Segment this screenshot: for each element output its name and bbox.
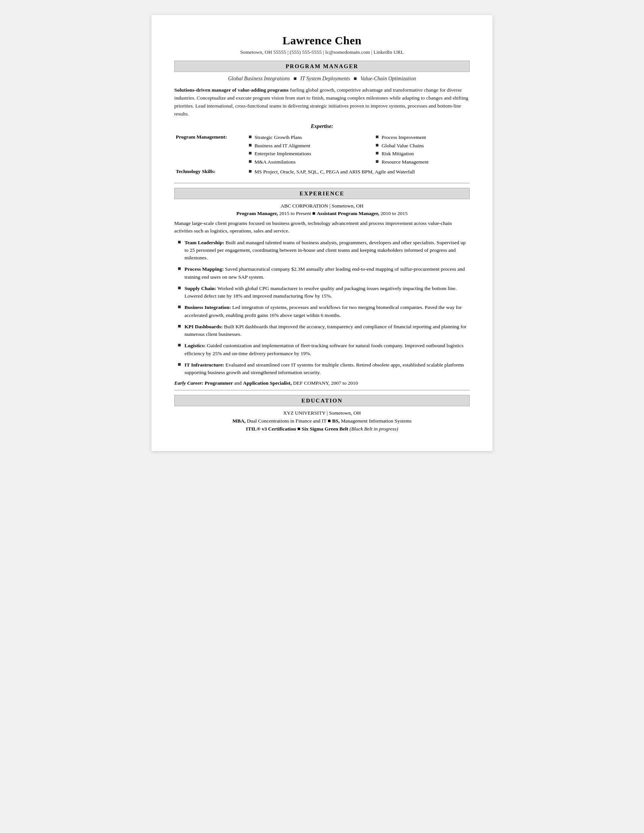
pm-item-6: Global Value Chains: [382, 142, 424, 150]
bullet-icon: [376, 135, 378, 138]
degree-bold2: BS,: [332, 418, 340, 424]
bullet-icon: [178, 344, 181, 346]
pm-item-5: Process Improvement: [382, 134, 426, 141]
university-line: XYZ UNIVERSITY | Sometown, OH: [174, 410, 470, 416]
degree-text2: Management Information Systems: [340, 418, 412, 424]
job-title-bold2: Assistant Program Manager,: [317, 211, 379, 216]
bullet-label: Team Leadership:: [185, 240, 224, 245]
list-item: MS Project, Oracle, SAP, SQL, C, PEGA an…: [249, 169, 468, 176]
bullet-body: Guided customization and implementation …: [185, 343, 464, 356]
bullet-body: Evaluated and streamlined core IT system…: [185, 362, 464, 375]
pm-item-7: Risk Mitigation: [382, 150, 414, 158]
bullet-text: Supply Chain: Worked with global CPG man…: [185, 285, 470, 300]
list-item: M&A Assimilations: [249, 159, 357, 166]
bullet-icon: [249, 135, 251, 138]
company-line: ABC CORPORATION | Sometown, OH: [174, 203, 470, 209]
degree-bold1: MBA,: [232, 418, 245, 424]
candidate-name: Lawrence Chen: [174, 34, 470, 47]
list-item: Enterprise Implementations: [249, 150, 357, 158]
list-item: Process Improvement: [376, 134, 468, 141]
cert-line: ITIL® v3 Certification ■ Six Sigma Green…: [174, 426, 470, 432]
list-item: Process Mapping: Saved pharmaceutical co…: [178, 265, 470, 281]
job-description: Manage large-scale client programs focus…: [174, 220, 470, 235]
job-title-dates1: 2015 to Present: [278, 211, 311, 216]
bullet-icon: [249, 152, 251, 154]
company-name: ABC CORPORATION | Sometown, OH: [280, 203, 363, 209]
bullet-text: Team Leadership: Built and managed talen…: [185, 239, 470, 262]
tagline-bullet2: ■: [353, 76, 356, 81]
tech-skills-value-cell: MS Project, Oracle, SAP, SQL, C, PEGA an…: [247, 168, 470, 178]
tagline-bullet1: ■: [294, 76, 296, 81]
bullet-body: Worked with global CPG manufacturer to r…: [185, 286, 457, 299]
early-career-text: Programmer and Application Specialist, D…: [203, 380, 358, 386]
achievements-list: Team Leadership: Built and managed talen…: [178, 239, 470, 377]
bullet-label: Business Integration:: [185, 304, 231, 310]
bullet-body: Saved pharmaceutical company $2.3M annua…: [185, 266, 465, 280]
bullet-icon: [178, 267, 181, 270]
resume-container: Lawrence Chen Sometown, OH 55555 | (555)…: [151, 15, 493, 451]
pm-item-2: Business and IT Alignment: [254, 142, 310, 150]
job-title: Program Manager: [286, 63, 358, 69]
contact-info: Sometown, OH 55555 | (555) 555-5555 | lc…: [174, 49, 470, 55]
pm-right-col: Process Improvement Global Value Chains …: [374, 133, 470, 168]
list-item: Resource Management: [376, 159, 468, 166]
cert-bold2: Six Sigma Green Belt: [301, 426, 348, 432]
bullet-label: Supply Chain:: [185, 286, 216, 291]
degree-text1: Dual Concentrations in Finance and IT: [245, 418, 326, 424]
list-item: Supply Chain: Worked with global CPG man…: [178, 285, 470, 300]
pm-left-list: Strategic Growth Plans Business and IT A…: [249, 134, 357, 166]
list-item: Logistics: Guided customization and impl…: [178, 342, 470, 357]
education-header-bar: Education: [174, 395, 470, 406]
bullet-icon: [249, 160, 251, 163]
pm-left-col: Strategic Growth Plans Business and IT A…: [247, 133, 359, 168]
tech-list: MS Project, Oracle, SAP, SQL, C, PEGA an…: [249, 169, 468, 176]
bullet-text: KPI Dashboards: Built KPI dashboards tha…: [185, 323, 470, 338]
cert-bold1: ITIL® v3 Certification: [246, 426, 296, 432]
education-section-title: Education: [301, 397, 343, 404]
bullet-icon: [178, 363, 181, 366]
tech-skills-label: Technology Skills:: [174, 168, 247, 178]
title-bar: Program Manager: [174, 61, 470, 72]
summary-paragraph: Solutions-driven manager of value-adding…: [174, 86, 470, 118]
tech-skills-row: Technology Skills: MS Project, Oracle, S…: [174, 168, 470, 178]
expertise-section: Expertise: Program Management: Strategic…: [174, 124, 470, 178]
title-bullet: ■: [312, 211, 317, 216]
pm-item-4: M&A Assimilations: [254, 159, 295, 166]
bullet-icon: [249, 170, 251, 173]
bullet-body: Built KPI dashboards that improved the a…: [185, 324, 466, 337]
bullet-label: Process Mapping:: [185, 266, 224, 272]
header-section: Lawrence Chen Sometown, OH 55555 | (555)…: [174, 34, 470, 55]
pm-item-1: Strategic Growth Plans: [254, 134, 302, 141]
bullet-icon: [178, 325, 181, 328]
degree-bullet: ■: [328, 418, 332, 424]
program-management-row: Program Management: Strategic Growth Pla…: [174, 133, 470, 168]
list-item: Risk Mitigation: [376, 150, 468, 158]
bullet-icon: [376, 152, 378, 154]
expertise-table: Program Management: Strategic Growth Pla…: [174, 133, 470, 178]
experience-section-title: Experience: [299, 190, 345, 196]
pm-item-8: Resource Management: [382, 159, 428, 166]
summary-bold-intro: Solutions-driven manager of value-adding…: [174, 87, 289, 93]
job-title-dates2: 2010 to 2015: [379, 211, 407, 216]
pm-right-list: Process Improvement Global Value Chains …: [376, 134, 468, 166]
bullet-label: KPI Dashboards:: [185, 324, 223, 330]
bullet-text: Process Mapping: Saved pharmaceutical co…: [185, 265, 470, 281]
bullet-body: Built and managed talented teams of busi…: [185, 240, 465, 261]
bullet-icon: [178, 286, 181, 289]
list-item: Global Value Chains: [376, 142, 468, 150]
university-name: XYZ UNIVERSITY | Sometown, OH: [283, 410, 361, 416]
job-title-bold1: Program Manager,: [237, 211, 278, 216]
bullet-icon: [376, 144, 378, 146]
early-career-line: Early Career: Programmer and Application…: [174, 380, 470, 386]
list-item: Business Integration: Led integration of…: [178, 304, 470, 319]
bullet-text: Logistics: Guided customization and impl…: [185, 342, 470, 357]
list-item: KPI Dashboards: Built KPI dashboards tha…: [178, 323, 470, 338]
job-title-line: Program Manager, 2015 to Present ■ Assis…: [174, 211, 470, 217]
tagline: Global Business Integrations ■ IT System…: [174, 76, 470, 82]
early-career-italic: Early Career:: [174, 380, 203, 386]
tech-skills-text: MS Project, Oracle, SAP, SQL, C, PEGA an…: [254, 169, 415, 176]
bullet-text: Business Integration: Led integration of…: [185, 304, 470, 319]
cert-italic: (Black Belt in progress): [348, 426, 398, 432]
pm-item-3: Enterprise Implementations: [254, 150, 311, 158]
bullet-icon: [178, 306, 181, 308]
